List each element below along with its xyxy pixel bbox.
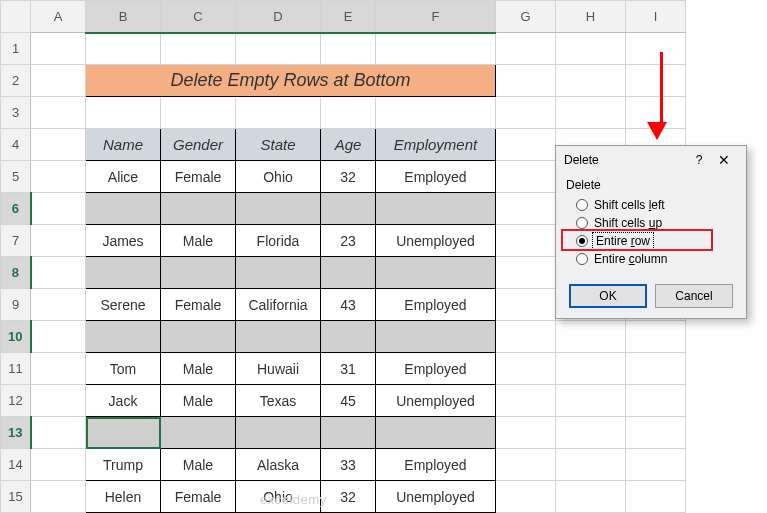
cell-G5[interactable]	[496, 161, 556, 193]
cell-I12[interactable]	[626, 385, 686, 417]
col-header-A[interactable]: A	[31, 1, 86, 33]
cell-F5[interactable]: Employed	[376, 161, 496, 193]
cell-G2[interactable]	[496, 65, 556, 97]
cell-A8[interactable]	[31, 257, 86, 289]
option-entire-column[interactable]: Entire column	[566, 250, 736, 268]
col-header-D[interactable]: D	[236, 1, 321, 33]
cell-E11[interactable]: 31	[321, 353, 376, 385]
cell-A14[interactable]	[31, 449, 86, 481]
cell-C8[interactable]	[161, 257, 236, 289]
row-header-10[interactable]: 10	[1, 321, 31, 353]
cell-I11[interactable]	[626, 353, 686, 385]
cell-C7[interactable]: Male	[161, 225, 236, 257]
cell-C12[interactable]: Male	[161, 385, 236, 417]
close-icon[interactable]: ✕	[710, 152, 738, 168]
cell-H13[interactable]	[556, 417, 626, 449]
cell-E7[interactable]: 23	[321, 225, 376, 257]
cell-B1[interactable]	[86, 33, 161, 65]
row-header-9[interactable]: 9	[1, 289, 31, 321]
cell-A13[interactable]	[31, 417, 86, 449]
cell-H3[interactable]	[556, 97, 626, 129]
cell-B8[interactable]	[86, 257, 161, 289]
cell-G13[interactable]	[496, 417, 556, 449]
option-shift-cells-left[interactable]: Shift cells left	[566, 196, 736, 214]
cell-E13[interactable]	[321, 417, 376, 449]
row-header-11[interactable]: 11	[1, 353, 31, 385]
cell-E5[interactable]: 32	[321, 161, 376, 193]
cell-D4[interactable]: State	[236, 129, 321, 161]
cell-C1[interactable]	[161, 33, 236, 65]
option-shift-cells-up[interactable]: Shift cells up	[566, 214, 736, 232]
cell-G11[interactable]	[496, 353, 556, 385]
cell-A9[interactable]	[31, 289, 86, 321]
cell-B14[interactable]: Trump	[86, 449, 161, 481]
cell-C9[interactable]: Female	[161, 289, 236, 321]
row-header-8[interactable]: 8	[1, 257, 31, 289]
cell-B9[interactable]: Serene	[86, 289, 161, 321]
cell-H2[interactable]	[556, 65, 626, 97]
cell-B5[interactable]: Alice	[86, 161, 161, 193]
cell-F3[interactable]	[376, 97, 496, 129]
cell-H1[interactable]	[556, 33, 626, 65]
cell-D6[interactable]	[236, 193, 321, 225]
cell-I15[interactable]	[626, 481, 686, 513]
row-header-13[interactable]: 13	[1, 417, 31, 449]
cell-G10[interactable]	[496, 321, 556, 353]
row-header-5[interactable]: 5	[1, 161, 31, 193]
select-all-corner[interactable]	[1, 1, 31, 33]
cell-F10[interactable]	[376, 321, 496, 353]
cell-B6[interactable]	[86, 193, 161, 225]
cell-D9[interactable]: California	[236, 289, 321, 321]
cell-E3[interactable]	[321, 97, 376, 129]
cell-H10[interactable]	[556, 321, 626, 353]
cell-G9[interactable]	[496, 289, 556, 321]
cell-B13[interactable]	[86, 417, 161, 449]
cell-A15[interactable]	[31, 481, 86, 513]
cell-F4[interactable]: Employment	[376, 129, 496, 161]
cell-F9[interactable]: Employed	[376, 289, 496, 321]
cell-H12[interactable]	[556, 385, 626, 417]
cell-G15[interactable]	[496, 481, 556, 513]
cell-G1[interactable]	[496, 33, 556, 65]
row-header-4[interactable]: 4	[1, 129, 31, 161]
cell-A1[interactable]	[31, 33, 86, 65]
cell-E15[interactable]: 32	[321, 481, 376, 513]
cell-I10[interactable]	[626, 321, 686, 353]
cell-D5[interactable]: Ohio	[236, 161, 321, 193]
cell-I1[interactable]	[626, 33, 686, 65]
cell-C13[interactable]	[161, 417, 236, 449]
cell-D15[interactable]: Ohio	[236, 481, 321, 513]
cell-E6[interactable]	[321, 193, 376, 225]
cell-E8[interactable]	[321, 257, 376, 289]
option-entire-row[interactable]: Entire row	[566, 232, 736, 250]
cell-D8[interactable]	[236, 257, 321, 289]
cell-A2[interactable]	[31, 65, 86, 97]
ok-button[interactable]: OK	[569, 284, 647, 308]
cell-D7[interactable]: Florida	[236, 225, 321, 257]
col-header-I[interactable]: I	[626, 1, 686, 33]
cell-F7[interactable]: Unemployed	[376, 225, 496, 257]
cell-D13[interactable]	[236, 417, 321, 449]
cell-A6[interactable]	[31, 193, 86, 225]
col-header-C[interactable]: C	[161, 1, 236, 33]
cell-G14[interactable]	[496, 449, 556, 481]
cell-H15[interactable]	[556, 481, 626, 513]
cancel-button[interactable]: Cancel	[655, 284, 733, 308]
cell-I3[interactable]	[626, 97, 686, 129]
cell-B10[interactable]	[86, 321, 161, 353]
col-header-B[interactable]: B	[86, 1, 161, 33]
row-header-12[interactable]: 12	[1, 385, 31, 417]
cell-C3[interactable]	[161, 97, 236, 129]
cell-C5[interactable]: Female	[161, 161, 236, 193]
cell-C6[interactable]	[161, 193, 236, 225]
col-header-E[interactable]: E	[321, 1, 376, 33]
cell-D3[interactable]	[236, 97, 321, 129]
cell-F15[interactable]: Unemployed	[376, 481, 496, 513]
cell-E1[interactable]	[321, 33, 376, 65]
cell-B7[interactable]: James	[86, 225, 161, 257]
dialog-titlebar[interactable]: Delete ? ✕	[556, 146, 746, 174]
cell-G3[interactable]	[496, 97, 556, 129]
cell-A12[interactable]	[31, 385, 86, 417]
row-header-2[interactable]: 2	[1, 65, 31, 97]
cell-I14[interactable]	[626, 449, 686, 481]
